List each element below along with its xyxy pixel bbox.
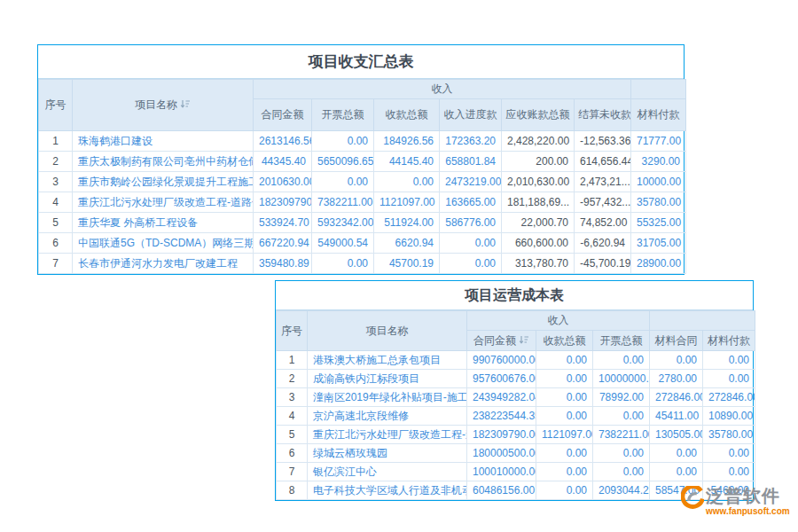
table-row: 1珠海鹤港口建设2613146.560.00184926.56172363.20… bbox=[39, 131, 686, 152]
row-index-cell: 7 bbox=[277, 463, 308, 481]
value-cell: 44345.40 bbox=[254, 152, 312, 172]
value-cell: 3290.00 bbox=[631, 152, 686, 172]
value-cell: 0.00 bbox=[593, 351, 650, 370]
value-cell: 35780.00 bbox=[631, 192, 686, 213]
sort-icon[interactable] bbox=[180, 99, 191, 112]
col-header-invoiced[interactable]: 开票总额 bbox=[593, 331, 650, 351]
fanpu-logo-icon bbox=[681, 486, 704, 512]
col-header-material-pay[interactable]: 材料付款 bbox=[703, 331, 755, 351]
cost-table: 序号 项目名称 收入 合同金额 收款总额 开票总额 材料合同 材料付款 1港珠澳… bbox=[276, 310, 755, 500]
col-header-progress[interactable]: 收入进度款 bbox=[440, 99, 502, 131]
value-cell: 0.00 bbox=[593, 463, 650, 481]
value-cell: 0.00 bbox=[536, 463, 593, 481]
row-index-cell: 1 bbox=[277, 351, 308, 370]
value-cell: 0.00 bbox=[536, 444, 593, 463]
value-cell: 184926.56 bbox=[374, 131, 440, 152]
value-cell: 957600676.00 bbox=[467, 370, 536, 388]
project-name-link[interactable]: 港珠澳大桥施工总承包项目 bbox=[308, 351, 467, 370]
value-cell: 2,473,21... bbox=[575, 172, 631, 192]
project-name-link[interactable]: 电子科技大学区域人行道及非机动车道工 bbox=[308, 481, 467, 500]
col-header-invoiced[interactable]: 开票总额 bbox=[312, 99, 374, 131]
col-header-project-name[interactable]: 项目名称 bbox=[73, 80, 254, 131]
table-row: 3潼南区2019年绿化补贴项目-施工2标段243949282.040.00789… bbox=[277, 388, 755, 407]
fanpu-logo-text: 泛普软件 www.fanpusoft.com bbox=[706, 486, 790, 516]
project-name-link[interactable]: 重庆华夏 外高桥工程设备 bbox=[73, 213, 254, 233]
col-header-contract-label: 合同金额 bbox=[473, 334, 516, 347]
col-header-received[interactable]: 收款总额 bbox=[536, 331, 593, 351]
col-header-project-name[interactable]: 项目名称 bbox=[308, 311, 467, 351]
value-cell: -957,432... bbox=[575, 192, 631, 213]
operating-cost-panel: 项目运营成本表 序号 项目名称 收入 合同金额 收款总额 开票总额 材料合同 材… bbox=[275, 280, 754, 501]
summary-table: 序号 项目名称 收入 合同金额 开票总额 收款总额 收入进度款 应收账款总额 结… bbox=[38, 79, 686, 274]
value-cell: 55325.00 bbox=[631, 213, 686, 233]
col-header-receivable[interactable]: 应收账款总额 bbox=[502, 99, 575, 131]
project-name-link[interactable]: 重庆市鹅岭公园绿化景观提升工程施工 bbox=[73, 172, 254, 192]
table-row: 7长春市伊通河水力发电厂改建工程359480.890.0045700.190.0… bbox=[39, 254, 686, 274]
value-cell: 0.00 bbox=[703, 351, 755, 370]
value-cell: 31705.00 bbox=[631, 233, 686, 254]
value-cell: 2613146.56 bbox=[254, 131, 312, 152]
project-name-link[interactable]: 中国联通5G（TD-SCDMA）网络三期四川工 bbox=[73, 233, 254, 254]
value-cell: 0.00 bbox=[650, 463, 703, 481]
row-index-cell: 1 bbox=[39, 131, 73, 152]
value-cell: 586776.00 bbox=[440, 213, 502, 233]
value-cell: 10000.00 bbox=[631, 172, 686, 192]
value-cell: 658801.84 bbox=[440, 152, 502, 172]
value-cell: 35780.00 bbox=[703, 426, 755, 444]
project-name-link[interactable]: 绿城云栖玫瑰园 bbox=[308, 444, 467, 463]
row-index-cell: 3 bbox=[277, 388, 308, 407]
col-header-material-contract[interactable]: 材料合同 bbox=[650, 331, 703, 351]
cost-table-title: 项目运营成本表 bbox=[276, 281, 753, 310]
value-cell: 182309790.0 bbox=[254, 192, 312, 213]
value-cell: 2,010,630.00 bbox=[502, 172, 575, 192]
value-cell: -12,563.36 bbox=[575, 131, 631, 152]
project-name-link[interactable]: 成渝高铁内江标段项目 bbox=[308, 370, 467, 388]
table-row: 3重庆市鹅岭公园绿化景观提升工程施工2010630.000.000.002473… bbox=[39, 172, 686, 192]
project-name-link[interactable]: 京沪高速北京段维修 bbox=[308, 407, 467, 426]
value-cell: -6,620.94 bbox=[575, 233, 631, 254]
table-row: 1港珠澳大桥施工总承包项目990760000.000.000.000.000.0… bbox=[277, 351, 755, 370]
value-cell: 10890.00 bbox=[703, 407, 755, 426]
value-cell: 5650096.65 bbox=[312, 152, 374, 172]
value-cell: 238223544.35 bbox=[467, 407, 536, 426]
value-cell: 0.00 bbox=[536, 481, 593, 500]
value-cell: 130505.00 bbox=[650, 426, 703, 444]
project-name-link[interactable]: 长春市伊通河水力发电厂改建工程 bbox=[73, 254, 254, 274]
row-index-cell: 2 bbox=[277, 370, 308, 388]
value-cell: 100010000.00 bbox=[467, 463, 536, 481]
value-cell: 7382211.00 bbox=[312, 192, 374, 213]
value-cell: 0.00 bbox=[703, 444, 755, 463]
col-header-contract[interactable]: 合同金额 bbox=[467, 331, 536, 351]
col-header-unsettled[interactable]: 结算未收款 bbox=[575, 99, 631, 131]
value-cell: 0.00 bbox=[536, 407, 593, 426]
value-cell: 0.00 bbox=[440, 254, 502, 274]
col-header-material-pay[interactable]: 材料付款 bbox=[631, 99, 686, 131]
value-cell: 78992.00 bbox=[593, 388, 650, 407]
table-row: 2成渝高铁内江标段项目957600676.000.0010000000.0027… bbox=[277, 370, 755, 388]
value-cell: 511924.00 bbox=[374, 213, 440, 233]
project-name-link[interactable]: 银亿滨江中心 bbox=[308, 463, 467, 481]
fanpu-url: www.fanpusoft.com bbox=[706, 506, 790, 516]
project-name-link[interactable]: 重庆太极制药有限公司亳州中药材仓储物流 bbox=[73, 152, 254, 172]
value-cell: 0.00 bbox=[312, 131, 374, 152]
project-name-link[interactable]: 重庆江北污水处理厂级改造工程-道路修复工 bbox=[73, 192, 254, 213]
value-cell: 180000500.00 bbox=[467, 444, 536, 463]
value-cell: 6620.94 bbox=[374, 233, 440, 254]
project-name-link[interactable]: 珠海鹤港口建设 bbox=[73, 131, 254, 152]
value-cell: -45,700.19 bbox=[575, 254, 631, 274]
table-row: 4重庆江北污水处理厂级改造工程-道路修复工182309790.07382211.… bbox=[39, 192, 686, 213]
table-row: 6绿城云栖玫瑰园180000500.000.000.000.000.00 bbox=[277, 444, 755, 463]
fanpu-watermark: 泛普软件 www.fanpusoft.com bbox=[681, 486, 794, 525]
row-index-cell: 6 bbox=[39, 233, 73, 254]
value-cell: 44145.40 bbox=[374, 152, 440, 172]
sort-icon[interactable] bbox=[519, 335, 529, 348]
project-name-link[interactable]: 重庆江北污水处理厂级改造工程-道路修复 bbox=[308, 426, 467, 444]
value-cell: 0.00 bbox=[312, 172, 374, 192]
value-cell: 614,656.44 bbox=[575, 152, 631, 172]
col-header-received[interactable]: 收款总额 bbox=[374, 99, 440, 131]
col-header-contract[interactable]: 合同金额 bbox=[254, 99, 312, 131]
income-expense-summary-panel: 项目收支汇总表 序号 项目名称 收入 合同金额 开票总额 收款总额 收入进度款 … bbox=[37, 44, 685, 275]
value-cell: 2780.00 bbox=[650, 370, 703, 388]
value-cell: 1121097.00 bbox=[374, 192, 440, 213]
project-name-link[interactable]: 潼南区2019年绿化补贴项目-施工2标段 bbox=[308, 388, 467, 407]
